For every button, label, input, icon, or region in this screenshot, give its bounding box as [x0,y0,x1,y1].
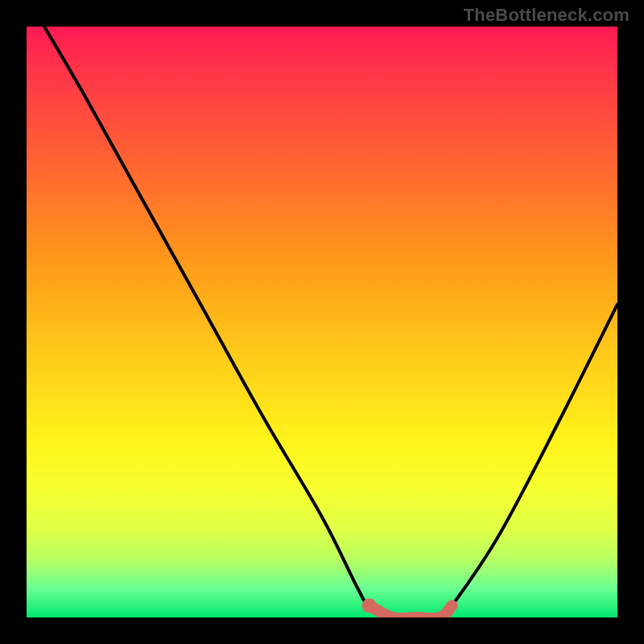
chart-container: TheBottleneck.com [0,0,644,644]
optimal-band [369,605,452,617]
chart-svg [27,27,617,617]
plot-area [27,27,617,617]
optimal-start-marker [362,598,377,613]
watermark-text: TheBottleneck.com [464,5,630,26]
bottleneck-curve [44,27,617,617]
